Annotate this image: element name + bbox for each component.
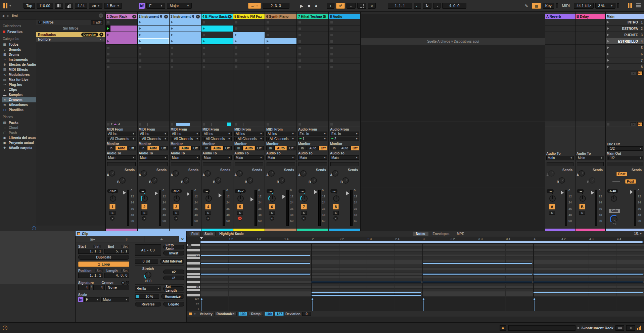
clip-panel-header[interactable]: Clip — [76, 231, 186, 236]
return-track-header[interactable]: A Reverb — [545, 14, 575, 19]
monitor-in-button[interactable]: In — [139, 146, 147, 150]
midi-note-A1[interactable] — [311, 294, 421, 296]
velocity-marker[interactable] — [311, 298, 314, 300]
sidebar-item-drums[interactable]: ⊞Drums — [2, 52, 36, 57]
arm-button[interactable]: ● — [302, 216, 306, 221]
scale-icon[interactable]: b# — [139, 3, 145, 9]
output-select[interactable]: Main▼ — [330, 155, 359, 160]
deviation-field[interactable]: 0 — [302, 312, 311, 316]
scene-row-3[interactable]: PUENTE3 — [606, 32, 644, 38]
track-activator-button[interactable]: 8 — [333, 204, 339, 209]
sidebar-item-grooves[interactable]: ≈Grooves — [2, 97, 36, 102]
track-activator-button[interactable]: 5 — [237, 204, 243, 209]
midi-map-button[interactable]: MIDI — [560, 3, 572, 9]
monitor-auto-button[interactable]: Auto — [339, 146, 350, 150]
search-input[interactable]: limi — [12, 14, 96, 18]
sidebar-item-todos[interactable]: ▦Todos — [2, 42, 36, 47]
output-select[interactable]: Main▼ — [171, 155, 200, 160]
piano-key-F#2[interactable] — [187, 270, 200, 273]
volume-fader-handle[interactable] — [282, 195, 285, 199]
output-select[interactable]: Main▼ — [107, 155, 136, 160]
scene-row-4[interactable]: ESTRIBILLO4 — [606, 38, 644, 45]
output-select[interactable]: Main▼ — [139, 155, 168, 160]
clip-slot[interactable] — [170, 38, 201, 45]
monitor-switch[interactable]: InAutoOff — [171, 146, 200, 150]
solo-button[interactable]: S — [269, 211, 275, 215]
input-select[interactable]: All Ins▼ — [202, 132, 232, 136]
set-end-button[interactable]: Set — [121, 245, 129, 248]
sidebar-item-sounds[interactable]: ♪Sounds — [2, 47, 36, 52]
time-signature-field[interactable]: 4 / 4 — [75, 3, 87, 9]
send-a-knob[interactable]: A — [300, 170, 307, 177]
fold-button[interactable]: Fold — [189, 232, 201, 236]
sidebar-item-librería-del-usuario[interactable]: ◉Librería del usuario — [2, 135, 36, 140]
ableton-logo-icon[interactable] — [3, 3, 7, 8]
clip-slot[interactable] — [201, 19, 233, 26]
clip-slot[interactable] — [201, 64, 233, 70]
input-channel-select[interactable]: All Channels▼ — [202, 137, 232, 141]
piano-key-Eb2[interactable] — [187, 278, 200, 281]
send-a-knob[interactable]: A — [332, 170, 338, 177]
track-activator-button[interactable]: A — [549, 204, 555, 209]
monitor-off-button[interactable]: Off — [287, 146, 295, 150]
clip-slot[interactable] — [233, 57, 265, 64]
piano-key-B1[interactable] — [187, 289, 200, 291]
set-position-button[interactable]: Set — [95, 269, 103, 273]
clip-stop-button[interactable] — [235, 123, 237, 126]
pan-knob[interactable] — [268, 194, 276, 202]
lane-color-icon[interactable] — [189, 312, 192, 316]
follow-actions-icon[interactable]: |▸ — [631, 122, 636, 126]
send-b-knob[interactable]: B — [151, 177, 157, 184]
input-select[interactable]: All Ins▼ — [234, 132, 264, 136]
position-field[interactable]: 1. 1. 1 — [78, 273, 103, 278]
monitor-off-button[interactable]: Off — [351, 146, 359, 150]
cpu-meter[interactable]: 3 %▼ — [595, 3, 615, 9]
browser-forward-button[interactable]: ▶ — [7, 14, 9, 17]
pan-knob[interactable] — [548, 194, 556, 202]
input-select[interactable]: All Ins▼ — [107, 132, 136, 136]
clip-slot[interactable] — [297, 51, 328, 57]
midi-note-A2[interactable] — [200, 263, 310, 264]
grid-select[interactable]: Rejilla▼ — [135, 286, 161, 291]
piano-key-E2[interactable] — [187, 276, 200, 278]
stretch-div2-button[interactable]: /2 — [163, 276, 184, 280]
back-to-arrangement-icon[interactable]: ▶≡ — [637, 71, 643, 75]
name-column-header[interactable]: Nombre▲ | — [36, 37, 105, 42]
overdub-button[interactable]: + — [327, 3, 334, 9]
piano-key-D3[interactable] — [187, 249, 200, 252]
piano-key-F2[interactable] — [187, 273, 200, 276]
quantization-menu[interactable]: 1 Bar ▼ — [104, 3, 122, 9]
monitor-in-button[interactable]: In — [234, 146, 243, 150]
send-b-knob[interactable]: B — [559, 177, 565, 184]
computer-midi-keyboard-button[interactable]: ▦ — [532, 3, 541, 9]
sidebar-item-instruments[interactable]: ◔Instruments — [2, 57, 36, 62]
input-select[interactable]: All Ins▼ — [266, 132, 295, 136]
send-a-knob[interactable]: A — [141, 170, 147, 177]
monitor-in-button[interactable]: In — [298, 146, 307, 150]
monitor-switch[interactable]: InAutoOff — [107, 146, 136, 150]
piano-key-B2[interactable] — [187, 257, 200, 259]
set-start-button[interactable]: Set — [93, 245, 101, 248]
track-activator-button[interactable]: 4 — [205, 204, 211, 209]
send-b-pre-post-toggle[interactable]: Post — [625, 179, 636, 184]
signature-denominator-field[interactable]: 4 — [93, 285, 105, 290]
tab-clip-audio[interactable]: |⊦ — [110, 236, 145, 242]
clip-slot[interactable] — [233, 26, 265, 32]
scene-launch-icon[interactable] — [607, 34, 609, 36]
midi-note-F2[interactable] — [422, 273, 532, 275]
clip-slot[interactable] — [138, 38, 169, 45]
scale-name-menu[interactable]: Major▼ — [167, 3, 192, 9]
clip-slot[interactable] — [233, 51, 265, 57]
scene-row-6[interactable]: 6 — [606, 51, 644, 57]
track-fold-icon[interactable]: ▼ — [228, 15, 232, 18]
track-header[interactable]: 4 E-Piano Basic▼ — [201, 14, 233, 19]
output-select[interactable]: Main▼ — [202, 155, 232, 160]
clip-slot[interactable] — [329, 45, 360, 51]
clip-slot[interactable] — [106, 32, 137, 38]
draw-mode-button[interactable]: ✎ — [522, 3, 530, 9]
add-filter-button[interactable]: + — [99, 33, 103, 37]
track-header[interactable]: 2 Instrument R▼ — [138, 14, 169, 19]
clear-results-button[interactable]: Despejar — [81, 33, 98, 37]
piano-key-Bb1[interactable] — [187, 291, 200, 294]
main-track-header[interactable]: Main — [606, 14, 644, 19]
